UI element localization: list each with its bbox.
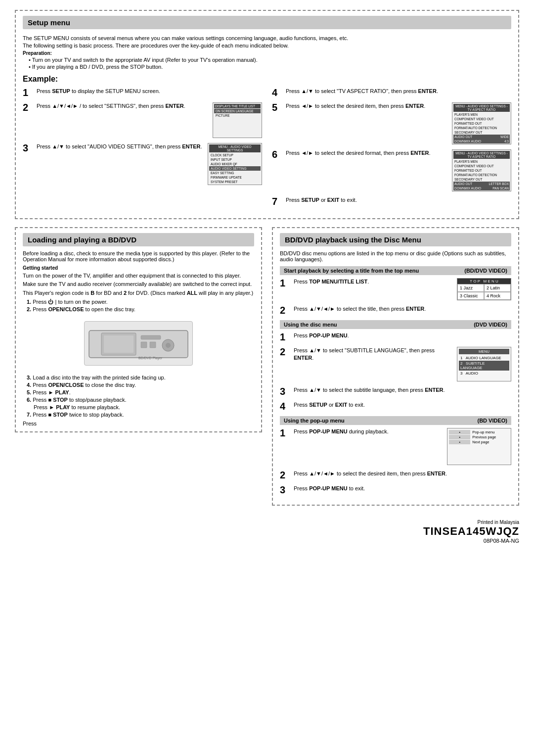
settings-screen-row-lang: ON SCREEN LANGUAGE (214, 109, 261, 113)
svg-text:BD/DVD Player: BD/DVD Player (138, 356, 163, 360)
disc-step-3-content: Press ▲/▼ to select the subtitle languag… (294, 386, 511, 395)
disc-step-1-num: 1 (280, 332, 291, 342)
popup-btn-1: ▪ (449, 430, 470, 434)
step-4-p: Press ▲/▼ to select "TV ASPECT RATIO", t… (286, 88, 511, 95)
popup-step-1: 1 Press POP-UP MENU during playback. ▪ P… (280, 428, 511, 465)
step-7-num: 7 (272, 196, 283, 206)
top-menu-cell-latin: 2 Latin (484, 284, 511, 292)
loading-dashed-box: Loading and playing a BD/DVD Before load… (15, 227, 262, 432)
loading-title: Loading and playing a BD/DVD (23, 233, 254, 246)
step-3-text: Press ▲/▼ to select "AUDIO VIDEO SETTING… (37, 143, 204, 151)
disc-step-4-p: Press SETUP or EXIT to exit. (294, 401, 511, 409)
svg-rect-3 (141, 335, 161, 339)
loading-step-1: 1. Press ⏻ | to turn on the power. (27, 299, 254, 305)
disc-step-3-p: Press ▲/▼ to select the subtitle languag… (294, 386, 511, 394)
popup-step-1-p: Press POP-UP MENU during playback. (294, 428, 443, 435)
popup-step-2: 2 Press ▲/▼/◄/► to select the desired it… (280, 470, 511, 480)
top-menu-header: Start playback by selecting a title from… (280, 266, 511, 275)
setup-intro-1: The SETUP MENU consists of several menus… (23, 35, 511, 41)
svg-rect-2 (104, 335, 134, 353)
loading-step-7: 7. Press ■ STOP twice to stop playback. (27, 412, 254, 418)
example-steps-grid: 1 Press SETUP to display the SETUP MENU … (23, 88, 511, 211)
asp2-row5: SECONDARY OUT (453, 177, 510, 182)
popup-step-2-p: Press ▲/▼/◄/► to select the desired item… (294, 470, 511, 477)
subtitle-menu-item-3: 3 AUDIO (459, 371, 509, 376)
tm-step-1-row: Press TOP MENU/TITLE LIST. T O P M E N U… (294, 278, 511, 300)
step-2-content: Press ▲/▼/◄/► / to select "SETTINGS", th… (37, 102, 262, 138)
gs-item-3: This Player's region code is B for BD an… (23, 289, 254, 297)
av-screen-header: MENU - AUDIO VIDEO SETTINGS (209, 144, 261, 152)
popup-row-2: ▪ Previous page (449, 435, 509, 439)
example-step-4: 4 Press ▲/▼ to select "TV ASPECT RATIO",… (272, 88, 511, 97)
step-4-content: Press ▲/▼ to select "TV ASPECT RATIO", t… (286, 88, 511, 96)
settings-screen: DISPLAYS THE TITLE LIST ON SCREEN LANGUA… (213, 102, 262, 138)
popup-step-1-num: 1 (280, 428, 291, 438)
gs-item-1: Turn on the power of the TV, amplifier a… (23, 272, 254, 280)
asp2-row4: FORMAT/AUTO DETECTION (453, 173, 510, 177)
asp1-row7: DOWNMIX AUDIO4:3 (453, 139, 510, 143)
loading-step-6b: Press ► PLAY to resume playback. (34, 404, 254, 410)
step-6-row: Press ◄/► to select the desired format, … (286, 149, 511, 191)
loading-step-2: 2. Press OPEN/CLOSE to open the disc tra… (27, 306, 254, 312)
tm-step-1-p: Press TOP MENU/TITLE LIST. (294, 278, 453, 285)
svg-rect-7 (150, 342, 156, 348)
tm-step-1-content: Press TOP MENU/TITLE LIST. T O P M E N U… (294, 278, 511, 300)
av-settings-screen: MENU - AUDIO VIDEO SETTINGS CLOCK SETUP … (208, 143, 262, 185)
setup-menu-section: Setup menu The SETUP MENU consists of se… (15, 10, 519, 219)
gs-item-2: Make sure the TV and audio receiver (com… (23, 281, 254, 288)
bottom-sections: Loading and playing a BD/DVD Before load… (15, 227, 519, 514)
setup-menu-content: The SETUP MENU consists of several menus… (23, 33, 511, 213)
step-5-p: Press ◄/► to select the desired item, th… (286, 102, 448, 110)
step-3-content: Press ▲/▼ to select "AUDIO VIDEO SETTING… (37, 143, 262, 185)
disc-step-4-content: Press SETUP or EXIT to exit. (294, 401, 511, 410)
bddvd-title: BD/DVD playback using the Disc Menu (280, 233, 511, 246)
popup-menu-section: Using the pop-up menu (BD VIDEO) 1 Press… (280, 416, 511, 495)
disc-step-2-row: Press ▲/▼ to select "SUBTITLE LANGUAGE",… (294, 347, 511, 381)
asp2-row2: COMPONENT VIDEO OUT (453, 164, 510, 168)
subtitle-menu-item-2: 2 SUBTITLE LANGUAGE (459, 361, 509, 371)
asp1-row3: FORMATTED OUT (453, 121, 510, 126)
popup-val-3: Next page (472, 440, 509, 444)
tm-step-2-content: Press ▲/▼/◄/► to select the title, then … (294, 305, 511, 314)
subtitle-menu-screen: MENU 1 AUDIO LANGUAGE 2 SUBTITLE LANGUAG… (457, 347, 511, 381)
popup-menu-badge: (BD VIDEO) (478, 418, 508, 424)
player-image-container: BD/DVD Player (23, 317, 254, 370)
prep-bullet-2: If you are playing a BD / DVD, press the… (29, 64, 511, 70)
disc-step-1: 1 Press POP-UP MENU. (280, 332, 511, 342)
aspect-screen-1-container: MENU - AUDIO VIDEO SETTINGS - TV ASPECT … (452, 102, 511, 144)
press-label: Press (23, 421, 254, 426)
prep-bullet-1: Turn on your TV and switch to the approp… (29, 57, 511, 63)
example-step-7: 7 Press SETUP or EXIT to exit. (272, 196, 511, 206)
example-step-6: 6 Press ◄/► to select the desired format… (272, 149, 511, 191)
prep-label: Preparation: (23, 50, 511, 56)
loading-section: Loading and playing a BD/DVD Before load… (15, 227, 262, 514)
aspect-screen-2: MENU - AUDIO VIDEO SETTINGS - TV ASPECT … (452, 149, 511, 191)
asp1-row2: COMPONENT VIDEO OUT (453, 117, 510, 121)
av-row-5: EASY SETTING (209, 171, 261, 175)
player-svg: BD/DVD Player (87, 323, 190, 363)
disc-step-1-p: Press POP-UP MENU. (294, 332, 511, 339)
disc-menu-section: Using the disc menu (DVD VIDEO) 1 Press … (280, 320, 511, 411)
popup-step-2-num: 2 (280, 470, 291, 480)
popup-menu-header-text: Using the pop-up menu (284, 418, 345, 424)
top-menu-step-2: 2 Press ▲/▼/◄/► to select the title, the… (280, 305, 511, 315)
popup-step-1-content: Press POP-UP MENU during playback. ▪ Pop… (294, 428, 511, 465)
aspect-screen-2-container: MENU - AUDIO VIDEO SETTINGS - TV ASPECT … (452, 149, 511, 191)
av-row-7: SYSTEM PRESET (209, 180, 261, 184)
preparation-block: Preparation: Turn on your TV and switch … (23, 50, 511, 70)
top-menu-table-row2: 3 Classic 4 Rock (457, 292, 511, 300)
footer-model: TINSEA145WJQZ (15, 525, 519, 538)
disc-menu-header: Using the disc menu (DVD VIDEO) (280, 320, 511, 329)
page-container: Setup menu The SETUP MENU consists of se… (15, 10, 519, 544)
aspect-screen-1: MENU - AUDIO VIDEO SETTINGS - TV ASPECT … (452, 102, 511, 144)
popup-menu-header: Using the pop-up menu (BD VIDEO) (280, 416, 511, 425)
footer-code: 08P08-MA-NG (15, 538, 519, 544)
loading-step-5: 5. Press ► PLAY. (27, 389, 254, 395)
player-image: BD/DVD Player (84, 321, 193, 366)
disc-menu-header-text: Using the disc menu (284, 322, 337, 328)
top-menu-step-1: 1 Press TOP MENU/TITLE LIST. T O P M E N… (280, 278, 511, 300)
example-step-5: 5 Press ◄/► to select the desired item, … (272, 102, 511, 144)
disc-step-3: 3 Press ▲/▼ to select the subtitle langu… (280, 386, 511, 396)
tm-step-1-text: Press TOP MENU/TITLE LIST. (294, 278, 453, 286)
asp1-row6: AUDIO OUTWIDE (453, 135, 510, 139)
